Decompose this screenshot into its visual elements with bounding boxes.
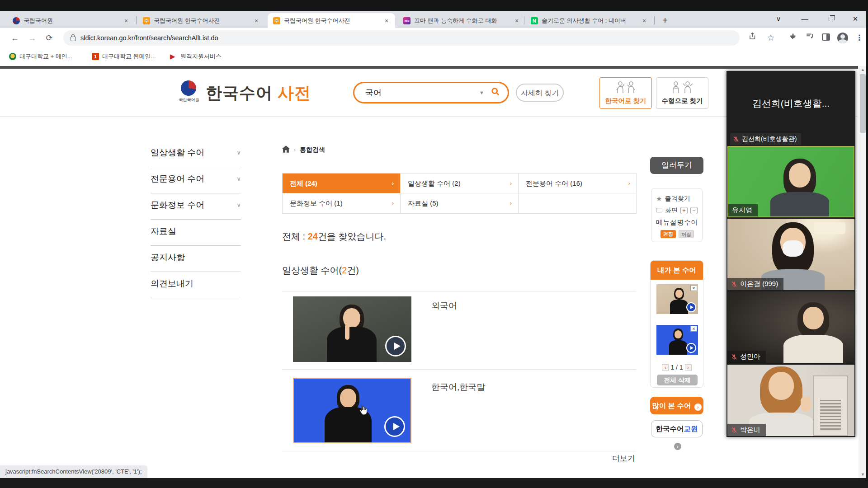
play-icon[interactable] xyxy=(686,343,696,353)
bookmarks-bar: 대구대학교 + 메인... 1 대구대학교 웹메일... ▶ 원격지원서비스 xyxy=(0,48,868,65)
browser-menu-dots-icon[interactable]: ⋮ xyxy=(853,32,866,44)
home-icon[interactable] xyxy=(282,145,290,154)
result-tab-label: 전문용어 수어 (16) xyxy=(526,179,582,187)
tab-close-icon[interactable]: × xyxy=(252,17,260,25)
window-close-button[interactable]: ✕ xyxy=(846,11,864,28)
sidebar-item-daily-sign[interactable]: 일상생활 수어∨ xyxy=(151,141,241,167)
delete-all-button[interactable]: 전체 삭제 xyxy=(657,375,698,385)
menu-sign-off-toggle[interactable]: 꺼짐 xyxy=(679,230,694,238)
tab-title: 국립국어원 한국수어사전 xyxy=(284,17,379,25)
nikl-logo[interactable] xyxy=(181,80,196,96)
play-icon[interactable] xyxy=(686,302,696,312)
video-tile-4[interactable]: 박은비 xyxy=(727,365,854,436)
search-dropdown-caret-icon[interactable]: ▼ xyxy=(479,90,484,95)
sidebar-item-culture-sign[interactable]: 문화정보 수어∨ xyxy=(151,193,241,220)
remove-thumb-icon[interactable]: ✕ xyxy=(690,326,697,332)
browser-tab-3-active[interactable]: 수 국립국어원 한국수어사전 × xyxy=(268,13,395,28)
recent-sign-thumb-1[interactable]: ✕ xyxy=(656,284,698,314)
browser-tab-5[interactable]: N 슬기로운 의사생활 수어 : 네이버 × xyxy=(525,13,653,28)
chevron-down-icon: ∨ xyxy=(236,141,241,164)
back-button[interactable]: ← xyxy=(8,31,22,45)
tab-close-icon[interactable]: × xyxy=(640,17,648,25)
window-restore-button[interactable] xyxy=(822,11,840,28)
video-tile-2[interactable]: 이은결 (999) xyxy=(727,219,854,290)
video-tile-1[interactable]: 유지영 xyxy=(727,146,854,217)
sign-teacher-link[interactable]: 한국수어교원 › xyxy=(651,420,703,437)
participant-name-label: 박은비 xyxy=(727,424,766,436)
popular-signs-button[interactable]: 많이 본 수어 › xyxy=(650,397,703,414)
bookmark-remote-support[interactable]: ▶ 원격지원서비스 xyxy=(166,51,225,62)
detail-search-button[interactable]: 자세히 찾기 xyxy=(516,84,564,102)
search-button[interactable] xyxy=(491,87,500,99)
daegu-univ-icon xyxy=(9,53,16,60)
window-menu-chevron[interactable]: ∨ xyxy=(769,11,788,28)
zoom-in-button[interactable]: + xyxy=(680,207,688,214)
play-icon[interactable] xyxy=(384,416,405,437)
bookmark-daegu-webmail[interactable]: 1 대구대학교 웹메일... xyxy=(88,51,159,62)
result-tab-archive[interactable]: 자료실 (5)› xyxy=(401,193,519,213)
result-tab-label: 일상생활 수어 (2) xyxy=(408,179,461,187)
tab-close-icon[interactable]: × xyxy=(122,17,130,25)
result-label[interactable]: 외국어 xyxy=(431,300,457,312)
breadcrumb-separator: › xyxy=(294,147,296,153)
zoom-out-button[interactable]: − xyxy=(690,207,698,214)
sign-illustration xyxy=(613,80,638,94)
reload-button[interactable]: ⟳ xyxy=(42,31,56,45)
chevron-right-icon: › xyxy=(628,174,630,193)
bookmark-daegu-main[interactable]: 대구대학교 + 메인... xyxy=(5,51,76,62)
new-tab-button[interactable]: + xyxy=(659,15,671,27)
browser-tab-2[interactable]: 수 국립국어원 한국수어사전 × xyxy=(137,13,265,28)
menu-sign-on-toggle[interactable]: 켜짐 xyxy=(660,230,676,238)
mic-muted-icon xyxy=(731,354,737,360)
browser-tabstrip: 국립국어원 × 수 국립국어원 한국수어사전 × 수 국립국어원 한국수어사전 … xyxy=(0,11,868,28)
share-icon[interactable] xyxy=(746,32,760,44)
result-tab-daily[interactable]: 일상생활 수어 (2)› xyxy=(401,174,519,193)
browser-tab-1[interactable]: 국립국어원 × xyxy=(7,13,135,28)
host-name-label: 김선희(비호생활관) xyxy=(730,133,801,145)
sidebar-item-terminology-sign[interactable]: 전문용어 수어∨ xyxy=(151,167,241,193)
result-tab-terminology[interactable]: 전문용어 수어 (16)› xyxy=(519,174,637,193)
chevron-right-icon: › xyxy=(510,174,512,193)
menu-label: 전문용어 수어 xyxy=(151,174,204,183)
sidebar-item-notice[interactable]: 공지사항 xyxy=(151,246,241,272)
find-by-handshape-button[interactable]: 수형으로 찾기 xyxy=(656,77,708,109)
scrollbar-thumb[interactable] xyxy=(860,74,866,133)
menu-label: 공지사항 xyxy=(151,253,185,262)
result-label[interactable]: 한국어,한국말 xyxy=(431,381,485,393)
screen-zoom-row: 화면 + − xyxy=(656,205,702,216)
result-video-thumb-korean[interactable] xyxy=(293,378,411,443)
tab-separator xyxy=(654,16,655,24)
browser-tab-4[interactable]: jtbc 꼬마 팬과 능숙하게 수화로 대화 × xyxy=(398,13,525,28)
favorite-row[interactable]: ★ 즐겨찾기 xyxy=(656,193,702,205)
tab-close-icon[interactable]: × xyxy=(513,17,521,25)
tab-title: 꼬마 팬과 능숙하게 수화로 대화 xyxy=(414,17,509,25)
extensions-puzzle-icon[interactable] xyxy=(787,32,800,44)
sidebar-item-feedback[interactable]: 의견보내기 xyxy=(151,272,241,298)
guide-button[interactable]: 일러두기 xyxy=(650,157,703,174)
result-video-thumb-foreign-language[interactable] xyxy=(293,296,411,362)
search-input[interactable] xyxy=(364,88,479,98)
find-by-korean-button[interactable]: 한국어로 찾기 xyxy=(599,77,652,109)
result-tab-all[interactable]: 전체 (24)› xyxy=(283,174,401,193)
menu-label: 의견보내기 xyxy=(151,279,193,288)
pager-next-icon[interactable]: › xyxy=(685,364,692,371)
url-bar[interactable]: sldict.korean.go.kr/front/search/searchA… xyxy=(63,30,740,46)
bookmark-star-icon[interactable]: ☆ xyxy=(764,32,778,44)
pager-prev-icon[interactable]: ‹ xyxy=(662,364,669,371)
sidebar-item-archive[interactable]: 자료실 xyxy=(151,220,241,246)
side-panel-icon[interactable] xyxy=(822,33,830,41)
media-list-extension-icon[interactable] xyxy=(803,32,816,44)
remove-thumb-icon[interactable]: ✕ xyxy=(690,285,697,291)
window-minimize-button[interactable]: — xyxy=(796,11,814,28)
section-suffix: 건) xyxy=(347,265,359,275)
more-link[interactable]: 더보기 xyxy=(612,453,635,464)
site-title[interactable]: 한국수어 사전 xyxy=(206,82,311,104)
profile-avatar[interactable] xyxy=(837,33,848,43)
play-icon[interactable] xyxy=(385,336,406,357)
forward-button[interactable]: → xyxy=(25,31,39,45)
section-prefix: 일상생활 수어( xyxy=(282,265,342,275)
result-tab-culture[interactable]: 문화정보 수어 (1)› xyxy=(283,193,401,213)
tab-close-icon[interactable]: × xyxy=(382,17,391,25)
video-tile-3[interactable]: 성민아 xyxy=(727,291,854,363)
recent-sign-thumb-2[interactable]: ✕ xyxy=(656,325,698,355)
